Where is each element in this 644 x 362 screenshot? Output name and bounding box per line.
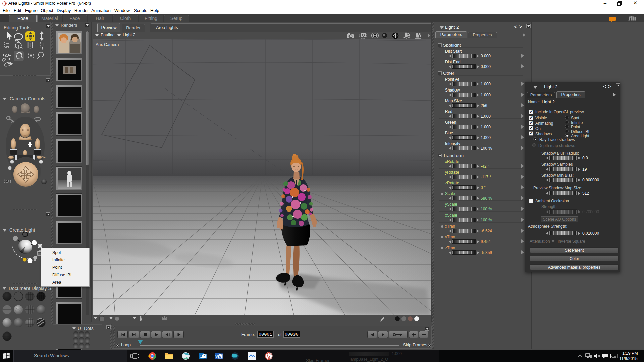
svg-text:Aux Camera: Aux Camera	[96, 42, 119, 47]
svg-text:O: O	[200, 354, 203, 359]
svg-text:W: W	[215, 354, 219, 359]
